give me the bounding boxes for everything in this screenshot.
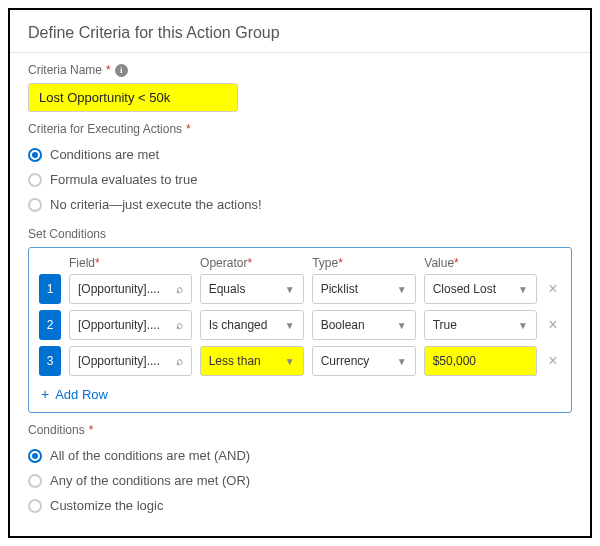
set-conditions-label-text: Set Conditions xyxy=(28,227,106,241)
exec-option-no-criteria[interactable]: No criteria—just execute the actions! xyxy=(28,192,572,217)
criteria-name-label-text: Criteria Name xyxy=(28,63,102,77)
exec-radio-group: Conditions are met Formula evaluates to … xyxy=(28,142,572,217)
chevron-down-icon: ▼ xyxy=(285,320,295,331)
logic-option-or[interactable]: Any of the conditions are met (OR) xyxy=(28,468,572,493)
logic-option-custom[interactable]: Customize the logic xyxy=(28,493,572,518)
conditions-logic-label-text: Conditions xyxy=(28,423,85,437)
field-lookup[interactable]: [Opportunity]....⌕ xyxy=(69,346,192,376)
chevron-down-icon: ▼ xyxy=(518,320,528,331)
criteria-name-section: Criteria Name* i xyxy=(10,53,590,112)
set-conditions-label: Set Conditions xyxy=(28,227,572,241)
exec-option-conditions-met[interactable]: Conditions are met xyxy=(28,142,572,167)
search-icon: ⌕ xyxy=(176,354,183,368)
exec-criteria-label-text: Criteria for Executing Actions xyxy=(28,122,182,136)
row-number-badge: 3 xyxy=(39,346,61,376)
value-input[interactable]: $50,000 xyxy=(424,346,537,376)
add-row-button[interactable]: + Add Row xyxy=(39,382,561,404)
criteria-name-input[interactable] xyxy=(28,83,238,112)
operator-select[interactable]: Less than▼ xyxy=(200,346,304,376)
value-input[interactable]: True▼ xyxy=(424,310,537,340)
delete-row-icon[interactable]: × xyxy=(545,352,561,370)
header-field: Field* xyxy=(69,256,192,270)
add-row-label: Add Row xyxy=(55,387,108,402)
radio-label: Conditions are met xyxy=(50,147,159,162)
type-select[interactable]: Boolean▼ xyxy=(312,310,416,340)
delete-row-icon[interactable]: × xyxy=(545,316,561,334)
chevron-down-icon: ▼ xyxy=(285,284,295,295)
conditions-header-row: Field* Operator* Type* Value* xyxy=(39,256,561,274)
radio-label: Any of the conditions are met (OR) xyxy=(50,473,250,488)
radio-label: Formula evaluates to true xyxy=(50,172,197,187)
type-select[interactable]: Picklist▼ xyxy=(312,274,416,304)
required-asterisk: * xyxy=(89,423,94,437)
chevron-down-icon: ▼ xyxy=(397,356,407,367)
row-number-badge: 1 xyxy=(39,274,61,304)
conditions-logic-section: Conditions* All of the conditions are me… xyxy=(10,413,590,536)
exec-criteria-label: Criteria for Executing Actions* xyxy=(28,122,572,136)
plus-icon: + xyxy=(41,386,49,402)
conditions-logic-label: Conditions* xyxy=(28,423,572,437)
logic-option-and[interactable]: All of the conditions are met (AND) xyxy=(28,443,572,468)
chevron-down-icon: ▼ xyxy=(518,284,528,295)
header-value: Value* xyxy=(424,256,538,270)
required-asterisk: * xyxy=(106,63,111,77)
chevron-down-icon: ▼ xyxy=(285,356,295,367)
chevron-down-icon: ▼ xyxy=(397,320,407,331)
info-icon[interactable]: i xyxy=(115,64,128,77)
radio-label: All of the conditions are met (AND) xyxy=(50,448,250,463)
radio-icon xyxy=(28,499,42,513)
radio-label: No criteria—just execute the actions! xyxy=(50,197,262,212)
header-type: Type* xyxy=(312,256,416,270)
dialog-panel: Define Criteria for this Action Group Cr… xyxy=(8,8,592,538)
conditions-container: Field* Operator* Type* Value* 1[Opportun… xyxy=(28,247,572,413)
value-input[interactable]: Closed Lost▼ xyxy=(424,274,537,304)
logic-radio-group: All of the conditions are met (AND) Any … xyxy=(28,443,572,518)
set-conditions-section: Set Conditions Field* Operator* Type* Va… xyxy=(10,217,590,413)
criteria-name-label: Criteria Name* i xyxy=(28,63,572,77)
radio-icon xyxy=(28,449,42,463)
radio-icon xyxy=(28,173,42,187)
dialog-title: Define Criteria for this Action Group xyxy=(28,24,572,42)
type-select[interactable]: Currency▼ xyxy=(312,346,416,376)
row-number-badge: 2 xyxy=(39,310,61,340)
dialog-header: Define Criteria for this Action Group xyxy=(10,10,590,53)
condition-row: 1[Opportunity]....⌕Equals▼Picklist▼Close… xyxy=(39,274,561,304)
radio-icon xyxy=(28,148,42,162)
condition-row: 3[Opportunity]....⌕Less than▼Currency▼$5… xyxy=(39,346,561,376)
radio-icon xyxy=(28,198,42,212)
field-lookup[interactable]: [Opportunity]....⌕ xyxy=(69,310,192,340)
chevron-down-icon: ▼ xyxy=(397,284,407,295)
exec-criteria-section: Criteria for Executing Actions* Conditio… xyxy=(10,112,590,217)
exec-option-formula[interactable]: Formula evaluates to true xyxy=(28,167,572,192)
search-icon: ⌕ xyxy=(176,282,183,296)
radio-label: Customize the logic xyxy=(50,498,163,513)
field-lookup[interactable]: [Opportunity]....⌕ xyxy=(69,274,192,304)
operator-select[interactable]: Is changed▼ xyxy=(200,310,304,340)
radio-icon xyxy=(28,474,42,488)
delete-row-icon[interactable]: × xyxy=(545,280,561,298)
operator-select[interactable]: Equals▼ xyxy=(200,274,304,304)
required-asterisk: * xyxy=(186,122,191,136)
search-icon: ⌕ xyxy=(176,318,183,332)
condition-row: 2[Opportunity]....⌕Is changed▼Boolean▼Tr… xyxy=(39,310,561,340)
header-operator: Operator* xyxy=(200,256,304,270)
